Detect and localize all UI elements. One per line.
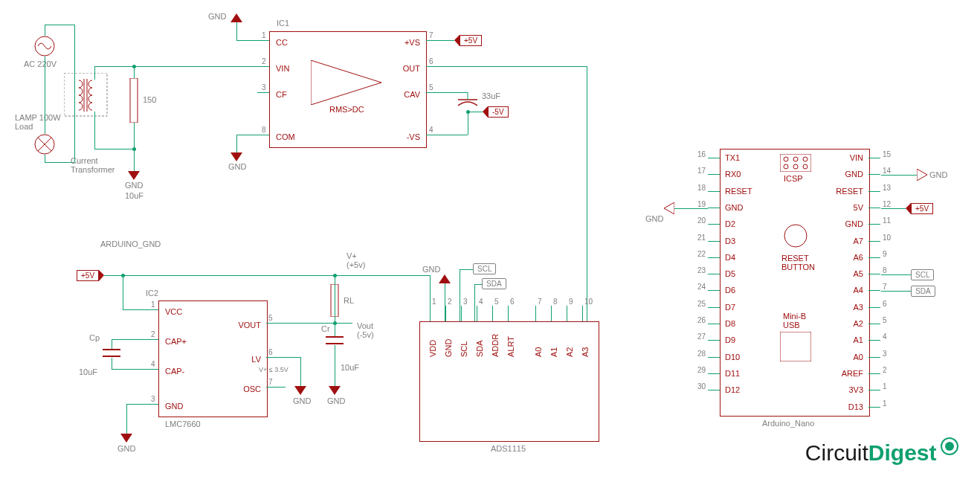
ic2-pin-vout: VOUT — [238, 321, 261, 329]
usb-icon — [780, 332, 811, 361]
ic1-num-5: 5 — [429, 83, 433, 91]
usb-label: Mini-B USB — [783, 312, 806, 329]
ard-right-gnd: GND — [845, 219, 863, 228]
ads-pin-a3: A3 — [581, 347, 590, 357]
ard-right-a0: A0 — [854, 353, 863, 361]
ic1-num-8: 8 — [262, 126, 266, 134]
ard-left-rx0: RX0 — [725, 170, 741, 179]
ic2-num-3: 3 — [151, 395, 155, 403]
cr-gnd: GND — [327, 396, 345, 405]
rl-label: RL — [344, 296, 354, 305]
ic2-num-7: 7 — [268, 378, 273, 386]
ard-right-a1: A1 — [854, 335, 863, 344]
brand-logo: CircuitDigest — [805, 437, 959, 466]
ic1-pin-cc: CC — [276, 38, 288, 47]
lamp-label: LAMP 100W Load — [15, 113, 61, 131]
ct-label: Current Transformer — [71, 156, 115, 174]
gnd-icon — [129, 172, 139, 180]
ic1-pin-+vs: +VS — [404, 38, 420, 47]
reset-label: RESET BUTTON — [781, 254, 815, 271]
ads-scl-tag: SCL — [473, 263, 496, 274]
gnd-icon — [329, 387, 340, 395]
ic1-num-3: 3 — [262, 83, 266, 91]
ic1-label: IC1 — [277, 19, 289, 28]
svg-point-22 — [803, 164, 807, 169]
svg-rect-24 — [780, 332, 811, 361]
ac-label: AC 220V — [24, 60, 57, 68]
ard-left-reset: RESET — [725, 187, 752, 196]
ard-right-a4: A4 — [854, 286, 863, 295]
ads-pin-a1: A1 — [549, 347, 558, 357]
cr-val: 10uF — [341, 363, 359, 372]
rl-resistor-icon — [329, 284, 341, 317]
svg-point-20 — [784, 164, 788, 169]
ard-left-d9: D9 — [725, 335, 735, 344]
ard-gnd-label: ARDUINO_GND — [100, 240, 161, 248]
ard-right-a7: A7 — [854, 237, 863, 245]
ic1-num-6: 6 — [429, 57, 433, 65]
ic1-box: CC VIN CF COM +VS OUT CAV -VS RMS>DC — [269, 31, 427, 148]
burden-gnd: GND — [125, 181, 143, 190]
ads-sda-tag: SDA — [482, 278, 506, 289]
ic2-num-4: 4 — [151, 360, 155, 368]
gnd-icon — [295, 387, 306, 395]
gnd-icon — [439, 274, 450, 283]
svg-marker-0 — [311, 60, 381, 105]
ic1-pin-cav: CAV — [404, 90, 420, 99]
brand-dot-icon — [940, 437, 959, 456]
svg-point-21 — [793, 164, 798, 169]
gnd-icon — [231, 153, 242, 161]
svg-point-17 — [784, 157, 788, 161]
ard-right-a2: A2 — [854, 319, 863, 328]
ic2-pin-capm: CAP- — [165, 367, 184, 376]
ic2-5v-tag: +5V — [77, 270, 99, 281]
ic2-num-1: 1 — [151, 300, 155, 309]
ard-sda-tag: SDA — [911, 286, 935, 297]
lv-gnd: GND — [293, 396, 311, 405]
ard-right-a6: A6 — [854, 253, 863, 262]
vplus: V+ (+5v) — [346, 251, 365, 269]
ads-pin-scl: SCL — [460, 341, 468, 357]
ic2-num-5: 5 — [268, 314, 273, 322]
ard-left-d2: D2 — [725, 219, 735, 228]
cp-capacitor-icon — [103, 347, 120, 359]
ic2-box: VCC VOUT CAP+ LV CAP- OSC GND — [158, 300, 268, 417]
ard-right-gnd: GND — [845, 170, 863, 179]
ard-right-a3: A3 — [854, 303, 863, 312]
reset-button-icon — [784, 224, 807, 248]
svg-point-27 — [945, 442, 954, 451]
ads-pin-gnd: GND — [444, 339, 453, 357]
ic2-num-6: 6 — [268, 348, 273, 356]
ard-right-5v: 5V — [854, 203, 863, 212]
ads-part: ADS1115 — [491, 444, 526, 453]
ard-right-vin: VIN — [850, 153, 863, 162]
svg-marker-25 — [664, 202, 674, 214]
ard-left-d12: D12 — [725, 385, 740, 394]
ads-gnd: GND — [422, 265, 440, 274]
lamp-icon — [34, 134, 55, 155]
ard-left-gnd: GND — [725, 203, 743, 212]
cav-capacitor-icon — [458, 92, 477, 112]
ads-pin-a0: A0 — [534, 347, 543, 357]
ard-right-d13: D13 — [848, 402, 863, 411]
ac-source-icon — [34, 36, 55, 57]
ard-left-d11: D11 — [725, 369, 740, 378]
cr-label: Cr — [321, 324, 330, 333]
ic1-pin--vs: -VS — [407, 132, 420, 141]
ic2-label: IC2 — [146, 289, 158, 298]
burden-cap-val: 10uF — [125, 191, 144, 200]
svg-rect-10 — [130, 78, 138, 123]
icsp-header-icon — [780, 154, 811, 172]
ard-left-d7: D7 — [725, 303, 735, 312]
ard-left-d10: D10 — [725, 353, 740, 361]
ard-right-gnd: GND — [929, 170, 947, 179]
amp-triangle-icon — [311, 60, 381, 105]
ic1-pin-out: OUT — [403, 64, 420, 73]
ard-5v-tag: +5V — [911, 203, 933, 214]
ic1-pin-com: COM — [276, 132, 295, 141]
ic1-center-label: RMS>DC — [329, 105, 364, 114]
ads-pin-vdd: VDD — [428, 340, 437, 357]
ic2-pin-osc: OSC — [243, 385, 261, 393]
ard-left-tx1: TX1 — [725, 153, 740, 162]
gnd-right-icon — [917, 169, 927, 181]
